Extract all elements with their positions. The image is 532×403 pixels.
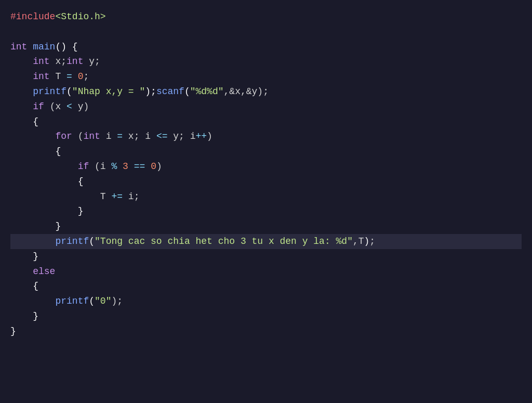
code-token [117, 159, 123, 174]
code-token: int [83, 129, 100, 144]
indent [10, 294, 55, 309]
code-line: } [10, 309, 522, 324]
code-line: { [10, 114, 522, 129]
indent [10, 219, 55, 234]
code-token [128, 159, 134, 174]
code-token: { [33, 279, 38, 294]
indent [10, 234, 55, 249]
code-token: main [33, 40, 55, 55]
code-token: < [66, 99, 72, 114]
code-editor: #include<Stdio.h> int main() { int x;int… [0, 0, 532, 403]
indent [10, 114, 33, 129]
code-token: ; [83, 69, 89, 84]
code-token: "Tong cac so chia het cho 3 tu x den y l… [95, 234, 353, 249]
code-token: 0 [78, 69, 84, 84]
code-token: ); [145, 84, 156, 99]
indent [10, 144, 55, 159]
indent [10, 189, 100, 204]
code-token: ) [207, 129, 212, 144]
code-line: else [10, 264, 522, 279]
code-token [27, 40, 33, 55]
indent [10, 84, 33, 99]
code-token [72, 69, 78, 84]
code-token: T [50, 69, 66, 84]
code-token: scanf [156, 84, 184, 99]
code-line: printf("Nhap x,y = ");scanf("%d%d",&x,&y… [10, 84, 522, 99]
code-token: ) [156, 159, 162, 174]
code-token: } [78, 204, 84, 219]
code-line: { [10, 174, 522, 189]
code-token: += [111, 189, 123, 204]
code-line: } [10, 324, 522, 339]
code-token: { [33, 114, 38, 129]
indent [10, 264, 33, 279]
code-token: "%d%d" [190, 84, 224, 99]
code-token: { [55, 144, 61, 159]
indent [10, 279, 33, 294]
code-line: { [10, 279, 522, 294]
code-token: ( [89, 234, 95, 249]
code-line [10, 24, 522, 40]
indent [10, 129, 55, 144]
code-line: #include<Stdio.h> [10, 9, 522, 24]
code-token: () { [55, 40, 77, 55]
code-token: <= [156, 129, 168, 144]
code-line: int x;int y; [10, 54, 522, 69]
code-line: int main() { [10, 40, 522, 55]
code-token: ( [89, 294, 95, 309]
code-token: <Stdio.h> [55, 9, 105, 24]
code-token: printf [33, 84, 66, 99]
code-token: == [134, 159, 145, 174]
code-token: printf [55, 234, 89, 249]
code-token: y; [83, 54, 100, 69]
code-token: for [55, 129, 72, 144]
code-token: "0" [95, 294, 111, 309]
code-token: i [100, 129, 117, 144]
indent [10, 159, 78, 174]
code-token: int [10, 40, 27, 55]
code-token: T [100, 189, 112, 204]
code-token: } [33, 249, 38, 264]
code-token: 3 [123, 159, 128, 174]
code-token: } [10, 324, 16, 339]
indent [10, 249, 33, 264]
code-line: } [10, 219, 522, 234]
code-line: T += i; [10, 189, 522, 204]
code-token: "Nhap x,y = " [72, 84, 145, 99]
code-token: if [33, 99, 44, 114]
code-token: ,T [353, 234, 364, 249]
code-line: if (x < y) [10, 99, 522, 114]
code-token: = [117, 129, 123, 144]
code-line: printf("0"); [10, 294, 522, 309]
code-token: x; [50, 54, 66, 69]
code-token: ++ [196, 129, 207, 144]
code-token: ); [111, 294, 123, 309]
code-token: i; [123, 189, 139, 204]
code-line: int T = 0; [10, 69, 522, 84]
code-line: printf("Tong cac so chia het cho 3 tu x … [10, 234, 522, 249]
code-line: } [10, 249, 522, 264]
code-token: 0 [151, 159, 156, 174]
code-token: (x [44, 99, 66, 114]
indent [10, 69, 33, 84]
indent [10, 54, 33, 69]
code-token: (i [89, 159, 111, 174]
indent [10, 309, 33, 324]
code-token: x; i [123, 129, 156, 144]
code-token: ; [369, 234, 375, 249]
indent [10, 174, 78, 189]
code-token: y) [72, 99, 89, 114]
code-line: if (i % 3 == 0) [10, 159, 522, 174]
code-token: if [78, 159, 89, 174]
code-token: ( [184, 84, 190, 99]
indent [10, 99, 33, 114]
code-token: int [33, 69, 49, 84]
code-token: { [78, 174, 84, 189]
code-line: { [10, 144, 522, 159]
code-token: ( [72, 129, 84, 144]
code-line: } [10, 204, 522, 219]
code-token: y; i [167, 129, 195, 144]
code-token: % [111, 159, 117, 174]
code-line: for (int i = x; i <= y; i++) [10, 129, 522, 144]
code-token: #include [10, 9, 55, 24]
